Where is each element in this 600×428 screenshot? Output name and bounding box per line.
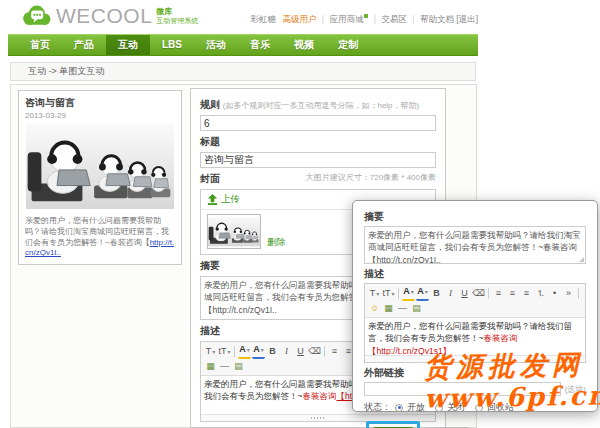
dialog-editor-toolbar: TtTAABIU⌫≡≡≡⒈•»☺▦—▤ bbox=[365, 284, 585, 318]
image-icon[interactable]: ▦ bbox=[204, 360, 217, 373]
click-highlight-box: 完成 bbox=[366, 421, 420, 428]
main-nav: 首页 产品 互动 LBS 活动 音乐 视频 定制 bbox=[8, 34, 478, 56]
dialog-editor-resize-bar[interactable] bbox=[365, 355, 585, 362]
insert-image-icon[interactable]: ▤ bbox=[232, 360, 245, 373]
image-icon[interactable]: ▦ bbox=[382, 302, 395, 315]
font-color-icon[interactable]: A bbox=[416, 286, 429, 301]
toolbar-separator bbox=[324, 346, 325, 357]
align-left-icon[interactable]: ≡ bbox=[328, 345, 341, 358]
toolbar-separator bbox=[578, 288, 579, 299]
unordered-list-icon[interactable]: • bbox=[548, 287, 561, 300]
upload-arrow-icon bbox=[207, 194, 218, 205]
underline-icon[interactable]: U bbox=[458, 287, 471, 300]
resize-handle bbox=[311, 417, 325, 419]
nav-item-activity[interactable]: 活动 bbox=[194, 35, 238, 55]
insert-image-icon[interactable]: ▤ bbox=[410, 302, 423, 315]
logo-subtitle-system: 互动管理系统 bbox=[156, 17, 198, 25]
status-row: 状态： 开放 关闭 回收站 bbox=[364, 401, 586, 414]
ordered-list-icon[interactable]: ⒈ bbox=[534, 287, 547, 300]
font-size-icon[interactable]: tT bbox=[218, 345, 231, 358]
radio-closed-icon[interactable] bbox=[435, 404, 443, 412]
align-left-icon[interactable]: ≡ bbox=[492, 287, 505, 300]
breadcrumb: 互动 -> 单图文互动 bbox=[10, 62, 476, 81]
radio-open-icon[interactable] bbox=[395, 404, 403, 412]
logo-subtitle-cn: 微库 bbox=[156, 7, 198, 16]
bold-icon[interactable]: B bbox=[266, 345, 279, 358]
nav-item-lbs[interactable]: LBS bbox=[150, 35, 194, 55]
radio-closed-label[interactable]: 关闭 bbox=[447, 401, 465, 414]
delete-cover-link[interactable]: 删除 bbox=[267, 236, 286, 249]
highlight-color-icon[interactable]: A bbox=[402, 286, 415, 301]
dialog-summary-label: 摘要 bbox=[364, 210, 586, 224]
logo-wordmark: WECOOL bbox=[56, 4, 152, 28]
indent-icon[interactable]: » bbox=[562, 287, 575, 300]
title-input[interactable] bbox=[200, 152, 436, 168]
wecool-cloud-icon bbox=[20, 3, 52, 29]
font-name-icon[interactable]: T bbox=[368, 287, 381, 300]
bold-icon[interactable]: B bbox=[430, 287, 443, 300]
eraser-icon[interactable]: ⌫ bbox=[308, 345, 321, 358]
nav-item-custom[interactable]: 定制 bbox=[326, 35, 370, 55]
nav-item-product[interactable]: 产品 bbox=[62, 35, 106, 55]
dialog-external-link-label: 外部链接 bbox=[364, 366, 586, 380]
nav-item-home[interactable]: 首页 bbox=[18, 35, 62, 55]
underline-icon[interactable]: U bbox=[294, 345, 307, 358]
hr-icon[interactable]: — bbox=[396, 302, 409, 315]
preview-date: 2013-03-29 bbox=[25, 111, 175, 120]
nav-item-video[interactable]: 视频 bbox=[282, 35, 326, 55]
preview-text: 亲爱的用户，您有什么问题需要我帮助吗？请给我们淘宝商城同店旺旺留言，我们会有专员… bbox=[25, 216, 175, 259]
dialog-external-link-input[interactable] bbox=[364, 382, 561, 396]
toolbar-separator bbox=[398, 288, 399, 299]
dialog-summary-textarea[interactable]: 亲爱的用户，您有什么问题需要我帮助吗？请给我们淘宝商城同店旺旺留言，我们会有专员… bbox=[364, 226, 586, 264]
logo: WECOOL 微库 互动管理系统 bbox=[20, 3, 198, 29]
header-user-bar: 彩虹糖 高级用户 | 应用商城 | 交易区 | 帮助文档 [退出] bbox=[251, 14, 478, 26]
link-help-docs[interactable]: 帮助文档 bbox=[420, 14, 454, 24]
textarea-resize-corner-icon[interactable] bbox=[579, 257, 584, 262]
nav-item-interact[interactable]: 互动 bbox=[106, 35, 150, 55]
rule-input[interactable] bbox=[200, 115, 436, 131]
site-header: WECOOL 微库 互动管理系统 彩虹糖 高级用户 | 应用商城 | 交易区 |… bbox=[8, 0, 478, 34]
status-label: 状态： bbox=[364, 401, 391, 414]
editor-red-text: 春装咨询 bbox=[302, 391, 336, 401]
link-app-store[interactable]: 应用商城 bbox=[329, 14, 363, 24]
optional-hint: (选填) bbox=[565, 384, 586, 395]
cover-label: 封面 大图片建议尺寸：720像素 * 400像素 bbox=[200, 172, 436, 186]
editor-resize-bar[interactable] bbox=[201, 414, 435, 421]
title-label: 标题 bbox=[200, 135, 436, 149]
hr-icon[interactable]: — bbox=[218, 360, 231, 373]
italic-icon[interactable]: I bbox=[444, 287, 457, 300]
upload-label: 上传 bbox=[221, 193, 240, 206]
dialog-editor-content[interactable]: 亲爱的用户，您有什么问题需要我帮助吗？请给我们留言，我们会有专员为您解答！~春装… bbox=[365, 318, 585, 355]
cover-size-hint: 大图片建议尺寸：720像素 * 400像素 bbox=[306, 172, 436, 183]
dialog-description-label: 描述 bbox=[364, 267, 586, 281]
preview-image bbox=[25, 123, 175, 209]
nav-item-music[interactable]: 音乐 bbox=[238, 35, 282, 55]
font-size-icon[interactable]: tT bbox=[382, 287, 395, 300]
edit-dialog: 摘要 亲爱的用户，您有什么问题需要我帮助吗？请给我们淘宝商城同店旺旺留言，我们会… bbox=[352, 200, 598, 412]
cover-thumbnail bbox=[207, 214, 261, 249]
font-color-icon[interactable]: A bbox=[252, 344, 265, 359]
radio-recycle-label[interactable]: 回收站 bbox=[487, 401, 514, 414]
align-center-icon[interactable]: ≡ bbox=[506, 287, 519, 300]
toolbar-separator bbox=[234, 346, 235, 357]
radio-recycle-icon[interactable] bbox=[475, 404, 483, 412]
user-level-badge: 高级用户 bbox=[282, 14, 316, 24]
app-screenshot: WECOOL 微库 互动管理系统 彩虹糖 高级用户 | 应用商城 | 交易区 |… bbox=[0, 0, 600, 428]
radio-open-label[interactable]: 开放 bbox=[407, 401, 425, 414]
link-trade-zone[interactable]: 交易区 bbox=[381, 14, 407, 24]
dialog-footer: 完成 返回 bbox=[364, 421, 586, 428]
align-right-icon[interactable]: ≡ bbox=[520, 287, 533, 300]
preview-title: 咨询与留言 bbox=[25, 96, 175, 110]
toolbar-separator bbox=[488, 288, 489, 299]
link-logout[interactable]: [退出] bbox=[456, 14, 478, 24]
emoticon-icon[interactable]: ☺ bbox=[368, 302, 381, 315]
highlight-color-icon[interactable]: A bbox=[238, 344, 251, 359]
italic-icon[interactable]: I bbox=[280, 345, 293, 358]
new-badge-icon bbox=[364, 14, 368, 18]
rule-label: 规则 (如多个规则对应一条互动用逗号分隔，如：help，帮助) bbox=[200, 98, 436, 112]
dialog-editor-link-text[interactable]: 【http://t.cn/zQv1s1】 bbox=[368, 346, 451, 355]
resize-handle bbox=[468, 358, 482, 360]
dialog-editor-red-text: 春装咨询 bbox=[483, 333, 517, 343]
font-name-icon[interactable]: T bbox=[204, 345, 217, 358]
eraser-icon[interactable]: ⌫ bbox=[472, 287, 485, 300]
